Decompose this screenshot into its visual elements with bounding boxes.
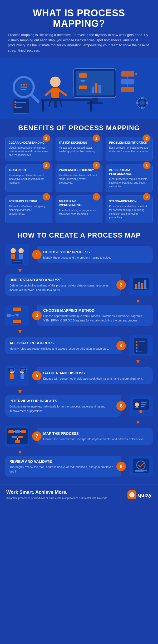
svg-rect-29	[23, 84, 25, 85]
benefit-number: 3	[143, 134, 150, 142]
step-image	[129, 456, 153, 477]
svg-rect-68	[13, 308, 21, 311]
step-bubble: 5GATHER AND DISCUSSEngage with concerned…	[37, 367, 153, 385]
benefit-desc: Identifies and replaces inefficient step…	[59, 174, 99, 185]
benefit-title: INCREASED EFFICIENCY	[59, 168, 99, 172]
svg-rect-64	[141, 283, 143, 289]
step-desc: Engage with concerned individuals, seek …	[43, 376, 149, 381]
benefit-title: FASTER DECISIONS	[59, 141, 99, 144]
step-image	[129, 395, 153, 416]
benefit-card: 2 FASTER DECISIONS Visuals are processed…	[56, 137, 103, 161]
svg-rect-20	[90, 101, 92, 112]
benefit-card: 9 STANDARDIZATION Provides a standardize…	[106, 195, 153, 223]
step-title: REVIEW AND VALIDATE	[9, 459, 115, 464]
svg-rect-30	[26, 84, 27, 85]
step-row: 8REVIEW AND VALIDATEThoroughly review th…	[5, 456, 153, 477]
svg-rect-12	[98, 85, 101, 93]
benefit-title: CLEAR UNDERSTANDING	[9, 141, 49, 144]
svg-rect-102	[141, 402, 147, 403]
svg-rect-79	[136, 344, 137, 346]
step-image	[5, 305, 29, 326]
quixy-logo-text: quixy	[138, 492, 152, 498]
svg-rect-117	[15, 440, 20, 443]
benefit-desc: Visuals are processed faster, enabling q…	[59, 146, 99, 153]
svg-rect-4	[87, 102, 103, 104]
step-number: 8	[116, 462, 126, 471]
hero-image	[0, 58, 158, 119]
benefit-desc: Encourages collaboration and innovative …	[9, 174, 49, 185]
benefit-card: 7 SCENARIO TESTING Allows for effective …	[5, 195, 52, 223]
benefit-title: TEAM INPUT	[9, 168, 49, 172]
step-bubble: 4ALLOCATE RESOURCESIdentify roles and re…	[5, 337, 121, 355]
svg-rect-104	[141, 406, 145, 407]
step-connector: ▼	[5, 389, 153, 395]
step-title: CHOOSE MAPPING METHOD	[43, 308, 149, 313]
svg-rect-35	[121, 79, 134, 84]
svg-rect-28	[21, 84, 22, 85]
step-desc: Finalize the process map, incorporate im…	[43, 437, 149, 441]
howto-title: HOW TO CREATE A PROCESS MAP	[5, 231, 153, 239]
step-bubble: 2UNDERSTAND AND ANALYZEDefine the beginn…	[5, 274, 121, 296]
step-image	[5, 365, 29, 386]
benefits-section: BENEFITS OF PROCESS MAPPING 1 CLEAR UNDE…	[0, 119, 158, 226]
benefit-title: MEASURING IMPROVEMENTS	[59, 199, 99, 207]
step-title: MAP THE PROCESS	[43, 431, 149, 436]
svg-rect-50	[14, 104, 16, 105]
step-connector: ▼	[5, 359, 153, 365]
svg-rect-18	[41, 99, 93, 101]
svg-point-125	[131, 494, 133, 496]
step-title: CHOOSE YOUR PROCESS	[43, 250, 149, 254]
step-bubble: 7MAP THE PROCESSFinalize the process map…	[37, 428, 153, 445]
quixy-logo-icon	[127, 490, 136, 499]
main-title: WHAT IS PROCESS MAPPING?	[8, 8, 150, 29]
step-bubble: 6INTERVIEW FOR INSIGHTSOptional step to …	[5, 395, 121, 417]
benefit-desc: Enables tracking of progress and efficie…	[59, 209, 99, 216]
svg-rect-110	[15, 430, 20, 433]
benefit-card: 1 CLEAR UNDERSTANDING Visual representat…	[5, 137, 52, 161]
svg-rect-77	[136, 341, 137, 343]
step-row: 3CHOOSE MAPPING METHODChoose appropriate…	[5, 305, 153, 326]
svg-rect-51	[14, 106, 16, 108]
step-title: UNDERSTAND AND ANALYZE	[9, 278, 115, 282]
header-desc: Process mapping is like being a detectiv…	[8, 32, 150, 53]
svg-rect-15	[51, 88, 59, 98]
svg-rect-22	[54, 100, 57, 108]
svg-rect-5	[79, 73, 87, 78]
svg-rect-41	[141, 97, 144, 99]
step-image	[129, 274, 153, 295]
howto-section: HOW TO CREATE A PROCESS MAP 1CHOOSE YOUR…	[0, 226, 158, 482]
step-connector: ▼	[5, 268, 153, 274]
svg-rect-114	[12, 436, 17, 438]
benefit-desc: Clear processes reduce conflicts, improv…	[109, 177, 149, 188]
steps-list: 1CHOOSE YOUR PROCESSIdentify the process…	[5, 244, 153, 479]
svg-rect-81	[136, 347, 137, 349]
step-number: 5	[32, 371, 42, 380]
benefit-title: SCENARIO TESTING	[9, 199, 49, 203]
svg-rect-10	[92, 87, 94, 93]
step-row: 4ALLOCATE RESOURCESIdentify roles and re…	[5, 335, 153, 356]
svg-rect-115	[18, 436, 23, 438]
svg-rect-19	[42, 101, 44, 112]
svg-point-55	[18, 248, 24, 253]
header-section: WHAT IS PROCESS MAPPING? Process mapping…	[0, 0, 158, 58]
svg-rect-74	[7, 314, 11, 317]
step-row: 5GATHER AND DISCUSSEngage with concerned…	[5, 365, 153, 386]
svg-rect-11	[95, 83, 97, 93]
svg-rect-9	[79, 85, 87, 89]
step-connector: ▼	[5, 449, 153, 455]
step-desc: Define the beginning and end of the proc…	[9, 283, 115, 292]
svg-rect-38	[121, 87, 134, 92]
benefit-number: 7	[43, 193, 50, 200]
svg-rect-103	[141, 404, 146, 405]
svg-point-100	[135, 402, 139, 407]
benefit-desc: Visual representation enhances comprehen…	[9, 146, 49, 157]
svg-rect-87	[10, 374, 14, 379]
step-connector: ▼	[5, 419, 153, 425]
step-title: GATHER AND DISCUSS	[43, 371, 149, 375]
step-image	[5, 244, 29, 265]
benefit-card: 4 TEAM INPUT Encourages collaboration an…	[5, 164, 52, 192]
step-number: 2	[116, 280, 126, 290]
svg-rect-43	[136, 102, 139, 104]
benefit-card: 6 BETTER TEAM PERFORMANCE Clear processe…	[106, 164, 153, 192]
step-desc: Thoroughly review the map, address delay…	[9, 465, 115, 474]
